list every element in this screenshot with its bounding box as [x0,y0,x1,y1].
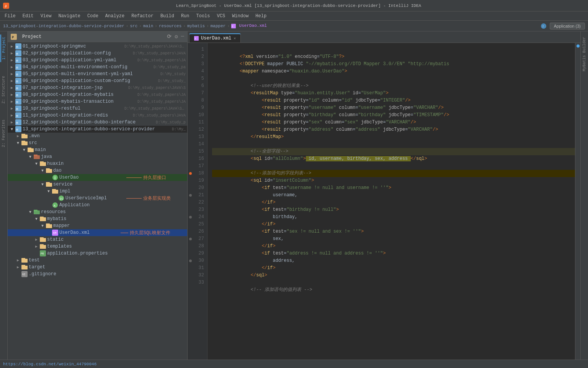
tree-item-application[interactable]: ▶ A Application [8,202,187,209]
ln-15: 15 [194,148,207,155]
module-icon-08: m [15,92,21,98]
breadcrumb-mybatis[interactable]: mybatis [187,24,205,28]
app-class-icon: A [52,202,58,208]
breadcrumb-mapper[interactable]: mapper [211,24,226,28]
tree-item-appprops[interactable]: ▶ PR application.properties [8,250,187,257]
breadcrumb-actions: ↑ Application (3) [541,23,585,30]
tree-item-gitignore[interactable]: ▶ GI .gitignore [8,271,187,278]
menu-navigate[interactable]: Navigate [55,13,83,20]
breadcrumb-resources[interactable]: resources [159,24,181,28]
project-tab[interactable]: 1: Project [0,34,7,62]
code-editor[interactable]: 1 2 3 4 5 6 7 8 9 10 11 12 13 14 15 16 1… [188,43,580,360]
ln-31: 31 [194,264,207,272]
tree-item-userdao[interactable]: ▶ I UserDao 持久层接口 [8,174,187,181]
breadcrumb-sep-1: › [126,24,129,28]
tree-item-test[interactable]: ▶ test [8,257,187,264]
class-impl-icon: IC [58,195,64,201]
menu-code[interactable]: Code [84,13,101,20]
svg-rect-65 [40,237,44,239]
ln-28: 28 [194,243,207,250]
breadcrumb-main[interactable]: main [143,24,153,28]
menu-view[interactable]: View [38,13,55,20]
code-content[interactable]: <?xml version="1.0" encoding="UTF-8"?> <… [207,43,575,360]
tree-item-static[interactable]: ▶ static [8,236,187,243]
ln-26: 26 [194,228,207,235]
minimize-icon[interactable]: ─ [181,33,184,40]
tree-item-13[interactable]: ▼ m 13_springboot-integration-dubbo-serv… [8,126,187,133]
tree-item-06[interactable]: ▶ m 06_springboot-application-custom-con… [8,77,187,84]
module-icon-03: m [15,57,21,63]
folder-icon-resources [34,209,40,215]
breadcrumb-project[interactable]: 13_springboot-integration-dubbo-service-… [3,24,124,28]
project-panel: P Project ⟳ ⚙ ─ ▶ m 01_springboot-spring… [8,31,188,360]
tree-item-userserviceimpl[interactable]: ▶ IC UserServiceImpl 业务层实现类 [8,195,187,202]
title-bar: J Learn_SpringBoot - UserDao.xml [13_spr… [0,0,588,12]
tree-item-main[interactable]: ▼ main [8,146,187,153]
tab-userdaoxml[interactable]: X UserDao.xml ✕ [189,33,241,43]
tree-item-target[interactable]: ▶ target [8,264,187,271]
tree-item-04[interactable]: ▶ m 04_springboot-multi-environment-conf… [8,64,187,71]
ln-17: 17 [194,163,207,170]
menu-edit[interactable]: Edit [20,13,37,20]
gutter-row-30 [188,257,194,264]
ln-5: 5 [194,75,207,82]
tab-xml-icon: X [194,36,199,41]
menu-refactor[interactable]: Refactor [128,13,157,20]
svg-rect-39 [28,148,31,149]
tree-item-service[interactable]: ▼ service [8,181,187,188]
structure-tab[interactable]: Z: Structure [1,74,7,106]
favorites-tab[interactable]: 2: Favorites [1,117,7,150]
tree-item-10[interactable]: ▶ m 10_springboot-restful D:\My_study_pa… [8,105,187,112]
navigate-up-icon[interactable]: ↑ [541,23,547,29]
tree-item-mvn[interactable]: ▶ .mvn [8,133,187,140]
tree-item-09[interactable]: ▶ m 09_springboot-mybatis-transaction D:… [8,98,187,105]
mybatis-builder-tab[interactable]: MyBatis Builder [581,34,587,74]
tree-item-01[interactable]: ▶ m 01_springboot-springmvc D:\My_study_… [8,43,187,50]
tree-item-02[interactable]: ▶ m 02_springboot-application-config D:\… [8,50,187,57]
tree-item-03[interactable]: ▶ m 03_springboot-application-yml-yaml D… [8,57,187,64]
userdao-annotation: 持久层接口 [126,174,166,181]
menu-run[interactable]: Run [178,13,193,20]
tree-item-05[interactable]: ▶ m 05_springboot-multi-environment-yml-… [8,71,187,77]
tree-item-dao[interactable]: ▼ dao [8,167,187,174]
project-tree[interactable]: ▶ m 01_springboot-springmvc D:\My_study_… [8,42,187,360]
menu-analyze[interactable]: Analyze [102,13,127,20]
folder-icon-java [34,154,40,160]
code-line-5: <!--user的映射结果集--> [212,75,575,82]
folder-icon-mapper [46,223,52,229]
tree-item-12[interactable]: ▶ m 12_springboot-integration-dubbo-inte… [8,119,187,126]
sync-icon[interactable]: ⟳ [167,33,172,40]
application-button[interactable]: Application (3) [550,23,585,30]
tab-close-button[interactable]: ✕ [234,36,236,41]
gutter-row-1 [188,46,194,53]
tree-item-huaxin[interactable]: ▼ huaxin [8,160,187,167]
ln-23: 23 [194,206,207,214]
tab-bar: X UserDao.xml ✕ [188,31,580,43]
menu-help[interactable]: Help [252,13,270,20]
svg-text:m: m [16,73,18,77]
tree-item-07[interactable]: ▶ m 07_springboot-integration-jsp D:\My_… [8,84,187,91]
folder-icon-src [21,140,28,146]
tree-item-11[interactable]: ▶ m 11_springboot-integration-redis D:\M… [8,112,187,119]
tree-item-mybatis[interactable]: ▼ mybatis [8,215,187,222]
menu-file[interactable]: File [2,13,19,20]
tree-item-resources[interactable]: ▼ resources [8,209,187,215]
gutter-row-14 [188,141,194,148]
gear-icon[interactable]: ⚙ [175,33,178,40]
menu-tools[interactable]: Tools [193,13,213,20]
breadcrumb-src[interactable]: src [130,24,137,28]
tree-item-08[interactable]: ▶ m 08_springboot-integration-mybatis D:… [8,91,187,98]
tree-item-mapper[interactable]: ▼ mapper [8,222,187,229]
tree-item-java[interactable]: ▼ java [8,153,187,160]
svg-text:IC: IC [60,197,64,200]
menu-build[interactable]: Build [157,13,177,20]
breadcrumb-file[interactable]: X UserDao.xml [231,23,267,28]
tree-item-templates[interactable]: ▶ templates [8,243,187,250]
tree-item-src[interactable]: ▼ src [8,140,187,146]
module-icon-13: m [15,126,21,132]
menu-vcs[interactable]: VCS [214,13,229,20]
gutter-row-11 [188,119,194,126]
tree-item-userdaoxml[interactable]: ▶ XM UserDao.xml 持久层SQL映射文件 [8,229,187,236]
tree-item-impl[interactable]: ▼ impl [8,188,187,195]
menu-window[interactable]: Window [229,13,252,20]
